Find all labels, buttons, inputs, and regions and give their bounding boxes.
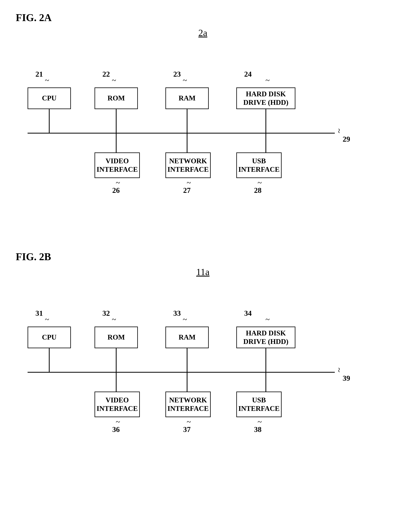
ref-39-b: 39 [343,374,350,382]
vline-hdd-b [266,348,266,372]
vline-hdd-a [266,109,266,133]
bus-line-a [28,133,335,133]
usb-block-b: USBINTERFACE [236,391,282,417]
network-block-b: NETWORKINTERFACE [165,391,211,417]
rom-block-b: ROM [95,327,138,348]
ref-27-a: 27 [183,186,191,195]
ref-37-b: 37 [183,425,191,434]
squiggle-ram-b: ~ [183,315,187,324]
network-block-a: NETWORKINTERFACE [165,152,211,178]
ref-26-a: 26 [112,186,120,195]
vline-ram-net-b [187,372,188,391]
ram-block-a: RAM [165,87,209,109]
hdd-block-a: HARD DISKDRIVE (HDD) [236,87,296,109]
vline-cpu-a [49,109,50,133]
ref-28-a: 28 [254,186,261,195]
ref-34: 34 [244,309,252,317]
squiggle-cpu-b: ~ [45,315,49,324]
ref-38-b: 38 [254,425,261,434]
ref-21: 21 [36,70,43,78]
bus-line-b [28,372,335,373]
bus-squiggle-a: ~ [334,129,344,133]
ref-36-b: 36 [112,425,120,434]
fig2b-label: FIG. 2B [16,251,394,263]
fig2b-section: FIG. 2B 11a 31 ~ CPU 32 ~ ROM 33 ~ RAM 3… [16,251,394,466]
ref-23: 23 [173,70,181,78]
squiggle-cpu-a: ~ [45,76,49,85]
cpu-block-a: CPU [28,87,71,109]
fig2a-section: FIG. 2A 2a 21 ~ CPU 22 ~ ROM 23 ~ RAM [16,12,394,227]
vline-ram-b [187,348,188,372]
squiggle-hdd-a: ~ [266,76,270,85]
ref-31: 31 [36,309,43,317]
video-block-a: VIDEOINTERFACE [95,152,140,178]
ref-33: 33 [173,309,181,317]
squiggle-ram-a: ~ [183,76,187,85]
ref-24: 24 [244,70,252,78]
vline-rom-video-b [116,372,117,391]
vline-cpu-b [49,348,50,372]
vline-hdd-usb-a [266,133,266,152]
squiggle-rom-b: ~ [112,315,116,324]
vline-rom-b [116,348,117,372]
vline-ram-net-a [187,133,188,152]
fig2a-title: 2a [16,27,390,38]
ram-block-b: RAM [165,327,209,348]
fig2b-title: 11a [16,266,390,277]
ref-29-a: 29 [343,135,350,143]
fig2b-area: 31 ~ CPU 32 ~ ROM 33 ~ RAM 34 ~ HARD DIS… [16,289,390,466]
ref-22: 22 [102,70,110,78]
vline-hdd-usb-b [266,372,266,391]
squiggle-hdd-b: ~ [266,315,270,324]
hdd-block-b: HARD DISKDRIVE (HDD) [236,327,296,348]
vline-rom-a [116,109,117,133]
vline-rom-video-a [116,133,117,152]
fig2a-label: FIG. 2A [16,12,394,23]
vline-ram-a [187,109,188,133]
fig2a-area: 21 ~ CPU 22 ~ ROM 23 ~ RAM 24 ~ H [16,50,390,227]
squiggle-rom-a: ~ [112,76,116,85]
cpu-block-b: CPU [28,327,71,348]
video-block-b: VIDEOINTERFACE [95,391,140,417]
fig2b-diagram: 11a 31 ~ CPU 32 ~ ROM 33 ~ RAM 34 ~ HARD… [16,266,390,466]
rom-block-a: ROM [95,87,138,109]
fig2a-diagram: 2a 21 ~ CPU 22 ~ ROM 23 ~ RAM [16,27,390,227]
bus-squiggle-b: ~ [334,368,344,372]
ref-32: 32 [102,309,110,317]
usb-block-a: USBINTERFACE [236,152,282,178]
